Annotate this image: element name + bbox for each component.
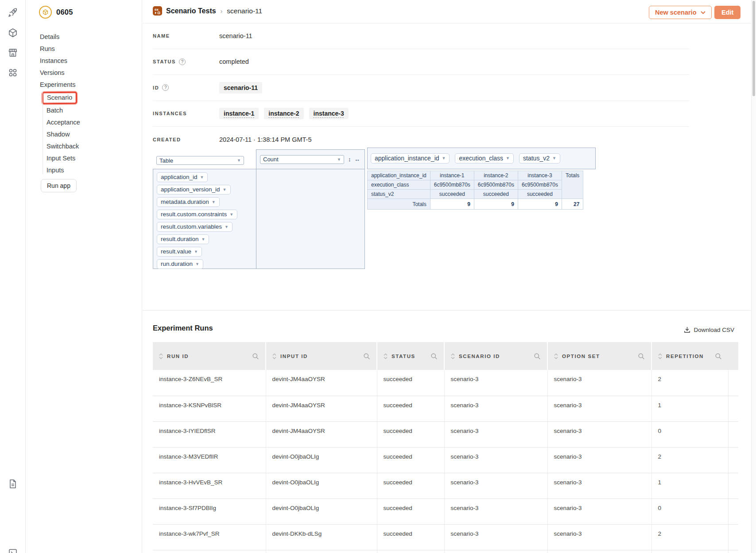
sidebar-item-experiments[interactable]: Experiments: [40, 79, 133, 91]
partial-console-icon[interactable]: [8, 548, 18, 553]
search-icon[interactable]: [638, 353, 645, 360]
column-fields-area[interactable]: application_instance_id▼ execution_class…: [367, 148, 596, 169]
pivot-header-row: status_v2 succeeded succeeded succeeded: [368, 190, 583, 199]
cube-icon[interactable]: [8, 27, 18, 38]
run-id-cell: instance-3-KSNPvBlSR: [153, 396, 266, 421]
scenario-id-cell: scenario-3: [444, 370, 547, 396]
pivot-col-header: 6c9500mb870s: [474, 180, 518, 190]
runs-column-header[interactable]: OPTION SET: [547, 342, 651, 370]
pivot-field-pill[interactable]: result.duration▼: [157, 234, 209, 244]
download-csv-link[interactable]: Download CSV: [630, 327, 734, 333]
scenario-id-cell: scenario-3: [444, 421, 547, 447]
search-icon[interactable]: [534, 353, 541, 360]
pivot-field-pill[interactable]: application_id▼: [157, 172, 208, 182]
sidebar-item-shadow[interactable]: Shadow: [40, 129, 133, 140]
aggregator-order-arrows[interactable]: ↕ ↔: [348, 156, 361, 163]
app-header[interactable]: 0605: [39, 6, 73, 19]
pill-dropdown-icon[interactable]: ▼: [223, 187, 227, 192]
main-content: ox Scenario Tests › scenario-11 New scen…: [143, 0, 756, 553]
instance-chip[interactable]: instance-2: [264, 108, 303, 119]
row-fields-area[interactable]: [256, 169, 365, 269]
runs-column-header[interactable]: SCENARIO ID: [444, 342, 547, 370]
run-row[interactable]: instance-3-Sf7PDBlIg devint-O0jbaOLIg su…: [153, 498, 738, 524]
sidebar-item-inputs[interactable]: Inputs: [40, 164, 133, 176]
search-icon[interactable]: [363, 353, 370, 360]
run-row[interactable]: instance-3-KSNPvBlSR devint-JM4aaOYSR su…: [153, 396, 738, 421]
rocket-icon[interactable]: [8, 7, 18, 18]
option-set-cell: scenario-3: [547, 524, 651, 550]
pill-dropdown-icon[interactable]: ▼: [229, 212, 233, 217]
scenario-annotation-highlight[interactable]: Scenario: [42, 92, 78, 105]
pivot-field-pill[interactable]: metadata.duration▼: [157, 197, 220, 207]
sidebar-item-input-sets[interactable]: Input Sets: [40, 152, 133, 164]
scenario-id-cell: scenario-3: [444, 447, 547, 473]
sort-icon[interactable]: [159, 353, 163, 359]
sidebar-item-instances[interactable]: Instances: [40, 55, 133, 67]
run-row[interactable]: instance-3-Z6NEvB_SR devint-JM4aaOYSR su…: [153, 370, 738, 396]
pivot-field-pill[interactable]: run.duration▼: [157, 259, 203, 269]
status-help-icon[interactable]: ?: [179, 58, 186, 65]
search-icon[interactable]: [252, 353, 259, 360]
run-row[interactable]: instance-3-HvVEvB_SR devint-O0jbaOLIg su…: [153, 473, 738, 498]
sort-icon[interactable]: [451, 353, 455, 359]
status-cell: succeeded: [377, 498, 444, 524]
pill-dropdown-icon[interactable]: ▼: [506, 156, 510, 160]
breadcrumb-current: scenario-11: [227, 7, 262, 15]
run-row-partial[interactable]: [153, 550, 738, 553]
sort-icon[interactable]: [384, 353, 388, 359]
app-cube-icon: [39, 6, 52, 19]
pivot-field-pill[interactable]: result.custom.variables▼: [157, 222, 233, 232]
pill-dropdown-icon[interactable]: ▼: [442, 156, 446, 160]
renderer-select[interactable]: Table▼: [156, 156, 244, 165]
aggregator-select[interactable]: Count▼: [260, 155, 344, 164]
sort-icon[interactable]: [272, 353, 276, 359]
sort-icon[interactable]: [554, 353, 558, 359]
instance-chip[interactable]: instance-3: [309, 108, 349, 119]
runs-column-header[interactable]: INPUT ID: [266, 342, 377, 370]
sidebar-item-batch[interactable]: Batch: [40, 105, 133, 117]
pill-dropdown-icon[interactable]: ▼: [195, 262, 199, 266]
instance-chip[interactable]: instance-1: [219, 108, 259, 119]
pill-dropdown-icon[interactable]: ▼: [225, 225, 229, 229]
page-scrollbar[interactable]: [751, 0, 756, 553]
id-help-icon[interactable]: ?: [162, 84, 169, 91]
pivot-field-pill[interactable]: result.value▼: [157, 247, 202, 257]
search-icon[interactable]: [715, 353, 722, 360]
run-id-cell: instance-3-M3VEDflIR: [153, 447, 266, 473]
sidebar-item-versions[interactable]: Versions: [40, 67, 133, 79]
sidebar-item-switchback[interactable]: Switchback: [40, 140, 133, 152]
sort-icon[interactable]: [658, 353, 662, 359]
pill-dropdown-icon[interactable]: ▼: [200, 175, 204, 179]
runs-column-header[interactable]: RUN ID: [153, 342, 266, 370]
pivot-field-pill[interactable]: application_instance_id▼: [371, 153, 450, 164]
run-id-cell: instance-3-IYIEDflSR: [153, 421, 266, 447]
search-icon[interactable]: [430, 353, 438, 360]
edit-button[interactable]: Edit: [714, 6, 740, 19]
scrollbar-thumb[interactable]: [752, 1, 755, 96]
document-icon[interactable]: [8, 479, 18, 489]
run-row[interactable]: instance-3-IYIEDflSR devint-JM4aaOYSR su…: [153, 421, 738, 447]
sidebar-item-acceptance[interactable]: Acceptance: [40, 117, 133, 129]
run-app-button[interactable]: Run app: [41, 179, 77, 192]
sidebar-item-runs[interactable]: Runs: [40, 43, 133, 55]
pivot-field-pill[interactable]: application_version_id▼: [157, 185, 231, 195]
pivot-field-pill[interactable]: status_v2▼: [519, 153, 560, 164]
pivot-field-pill[interactable]: result.custom.constraints▼: [157, 210, 237, 219]
sidebar-item-details[interactable]: Details: [40, 31, 133, 43]
new-scenario-button[interactable]: New scenario: [649, 6, 712, 19]
pill-dropdown-icon[interactable]: ▼: [212, 200, 216, 204]
unused-fields-area[interactable]: application_id▼ application_version_id▼ …: [153, 169, 256, 269]
breadcrumb-parent[interactable]: Scenario Tests: [166, 7, 216, 15]
runs-column-header[interactable]: REPETITION: [651, 342, 728, 370]
runs-column-header[interactable]: STATUS: [377, 342, 444, 370]
pill-dropdown-icon[interactable]: ▼: [202, 237, 205, 241]
circles-grid-icon[interactable]: [8, 67, 18, 78]
pill-dropdown-icon[interactable]: ▼: [552, 156, 556, 160]
sidebar-item-scenario[interactable]: Scenario: [40, 91, 133, 105]
storefront-icon[interactable]: [8, 47, 18, 58]
pivot-field-pill[interactable]: execution_class▼: [455, 153, 514, 164]
run-row[interactable]: instance-3-wk7Pvf_SR devint-DKKb-dLSg su…: [153, 524, 738, 550]
option-set-cell: scenario-3: [547, 421, 651, 447]
run-row[interactable]: instance-3-M3VEDflIR devint-O0jbaOLIg su…: [153, 447, 738, 473]
pill-dropdown-icon[interactable]: ▼: [194, 249, 198, 254]
